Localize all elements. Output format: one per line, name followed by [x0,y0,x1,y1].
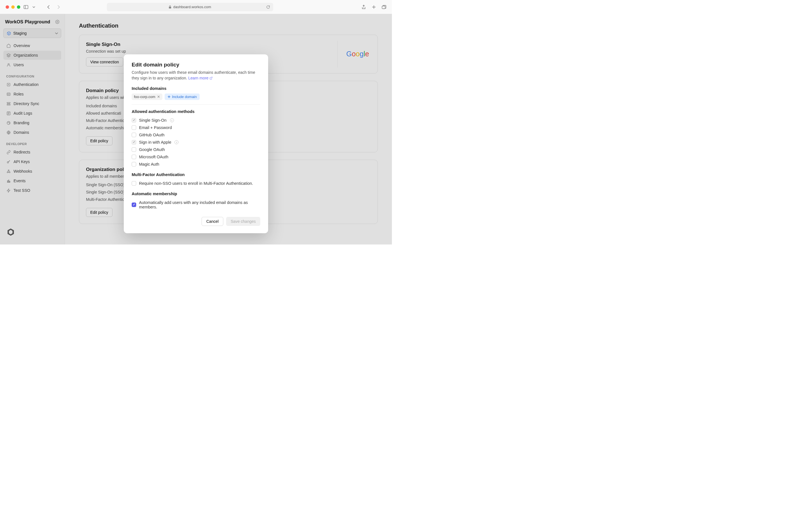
edit-domain-policy-modal: Edit domain policy Configure how users w… [124,54,268,233]
chevron-down-icon[interactable] [32,5,36,9]
forward-icon[interactable] [56,5,61,9]
url-text: dashboard.workos.com [173,5,211,9]
mfa-checkbox-row[interactable]: Require non-SSO users to enroll in Multi… [132,180,260,187]
info-icon[interactable]: i [174,140,179,144]
browser-chrome: dashboard.workos.com [0,0,392,14]
new-tab-icon[interactable] [371,5,376,9]
section-heading: Automatic membership [132,191,260,196]
modal-overlay[interactable]: Edit domain policy Configure how users w… [0,14,392,244]
back-icon[interactable] [46,5,51,9]
traffic-lights [6,5,20,9]
checkbox[interactable] [132,203,136,207]
checkbox-label: GitHub OAuth [139,133,164,137]
domain-chips: foo-corp.com ✕ Include domain [132,94,260,105]
lock-icon [168,5,171,9]
cancel-button[interactable]: Cancel [202,217,223,226]
svg-rect-0 [24,5,28,9]
checkbox[interactable] [132,181,136,186]
checkbox-label: Sign in with Apple [139,140,171,145]
svg-rect-3 [382,6,385,9]
remove-chip-icon[interactable]: ✕ [157,95,160,99]
share-icon[interactable] [361,5,366,9]
checkbox[interactable] [132,133,136,137]
checkbox-label: Magic Auth [139,162,159,166]
auth-method-row[interactable]: Microsoft OAuth [132,153,260,161]
svg-rect-2 [169,7,171,8]
save-changes-button[interactable]: Save changes [226,217,260,226]
modal-title: Edit domain policy [132,62,260,68]
checkbox[interactable] [132,162,136,166]
checkbox[interactable] [132,140,136,145]
auth-method-row[interactable]: GitHub OAuth [132,131,260,138]
reload-icon[interactable] [266,5,270,9]
sidebar-toggle-icon[interactable] [24,5,28,9]
modal-description: Configure how users with these email dom… [132,69,260,81]
checkbox-label: Single Sign-On [139,118,167,122]
section-heading: Multi-Factor Authentication [132,172,260,177]
checkbox[interactable] [132,118,136,122]
minimize-window[interactable] [11,5,15,9]
auth-method-row[interactable]: Magic Auth [132,161,260,168]
auth-method-row[interactable]: Single Sign-Oni [132,117,260,124]
section-heading: Allowed authentication methods [132,109,260,114]
tabs-icon[interactable] [382,5,386,9]
checkbox-label: Automatically add users with any include… [139,200,260,209]
close-window[interactable] [6,5,9,9]
url-bar[interactable]: dashboard.workos.com [107,3,273,11]
checkbox-label: Google OAuth [139,147,165,152]
checkbox[interactable] [132,147,136,152]
learn-more-link[interactable]: Learn more [188,76,213,80]
checkbox-label: Require non-SSO users to enroll in Multi… [139,181,253,186]
checkbox-label: Email + Password [139,125,172,130]
auth-method-row[interactable]: Email + Password [132,124,260,131]
maximize-window[interactable] [17,5,20,9]
domain-chip: foo-corp.com ✕ [132,94,162,100]
include-domain-button[interactable]: Include domain [165,94,200,100]
checkbox-label: Microsoft OAuth [139,155,168,159]
auth-method-row[interactable]: Google OAuth [132,146,260,153]
auth-method-row[interactable]: Sign in with Applei [132,138,260,146]
section-heading: Included domains [132,86,260,91]
auto-membership-checkbox-row[interactable]: Automatically add users with any include… [132,199,260,211]
checkbox[interactable] [132,125,136,130]
checkbox[interactable] [132,155,136,159]
info-icon[interactable]: i [170,118,174,122]
